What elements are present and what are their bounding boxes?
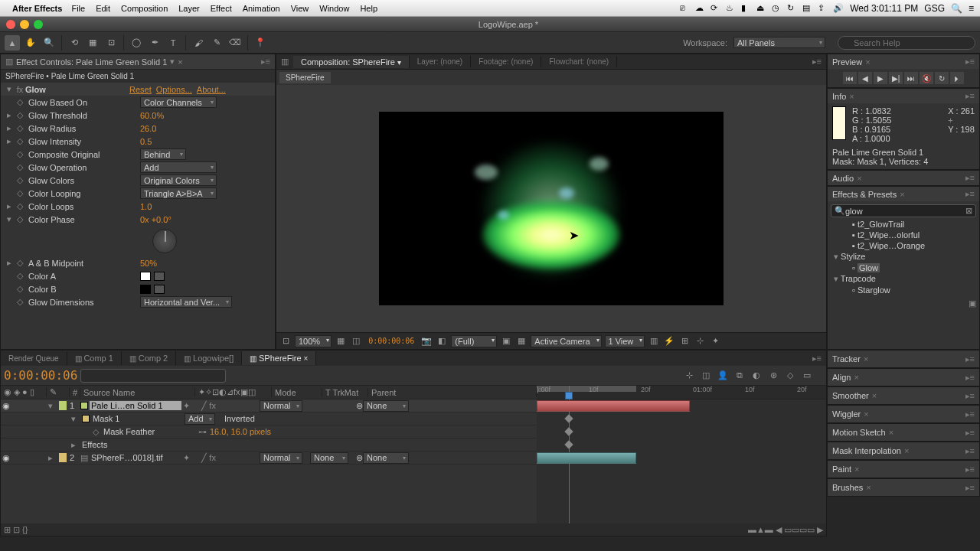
grid-icon[interactable]: ▦ [335, 335, 347, 347]
tab-logowipe[interactable]: ▥ Logowipe[] [176, 351, 242, 365]
loop-button[interactable]: ↻ [935, 72, 949, 84]
notifications-icon[interactable]: ≡ [969, 3, 974, 14]
layer-tab[interactable]: Layer: (none) [410, 56, 471, 67]
glow-intensity-value[interactable]: 0.5 [140, 137, 152, 146]
clear-search-icon[interactable]: ⊠ [965, 206, 972, 216]
ab-midpoint-value[interactable]: 50% [140, 259, 157, 268]
reset-link[interactable]: Reset [129, 85, 152, 94]
brushes-panel[interactable]: Brushes×▸≡ [827, 478, 980, 497]
paint-panel[interactable]: Paint×▸≡ [827, 460, 980, 478]
color-looping-dropdown[interactable]: Triangle A>B>A [140, 187, 217, 199]
refresh-icon[interactable]: ↻ [787, 3, 798, 14]
keyframe-icon[interactable] [564, 414, 573, 422]
prev-frame-button[interactable]: ◀ [858, 72, 872, 84]
visibility-toggle[interactable]: ◉ [1, 453, 11, 463]
pen-tool[interactable]: ✒ [147, 35, 162, 51]
app-name[interactable]: After Effects [12, 4, 62, 13]
timeline-track-area[interactable]: ):00f 10f 20f 01:00f 10f 20f [537, 386, 826, 523]
ram-preview-button[interactable]: ⏵ [950, 72, 964, 84]
motion-blur-icon[interactable]: ◐ [750, 369, 763, 383]
twirl-icon[interactable]: ▾ [47, 401, 57, 411]
preset-item[interactable]: ▪ t2_Wipe…olorful [831, 230, 976, 240]
wifi-icon[interactable]: ⇪ [818, 3, 828, 14]
stopwatch-icon[interactable]: ◇ [91, 427, 102, 437]
battery-icon[interactable]: ▮ [741, 3, 752, 14]
menu-window[interactable]: Window [319, 4, 349, 13]
tab-comp2[interactable]: ▥ Comp 2 [122, 351, 176, 365]
glow-colors-dropdown[interactable]: Original Colors [140, 174, 217, 186]
about-link[interactable]: About... [197, 85, 226, 94]
color-a-eyedropper[interactable] [154, 272, 165, 281]
rotate-tool[interactable]: ⟲ [67, 35, 82, 51]
effect-group-trapcode[interactable]: Trapcode [831, 273, 976, 285]
link-icon[interactable]: ⊶ [197, 427, 208, 437]
layer-color-swatch[interactable] [80, 402, 88, 409]
panel-menu-icon[interactable]: ▸≡ [965, 57, 975, 67]
audio-tab[interactable]: Audio [832, 174, 854, 183]
effects-search-input[interactable] [845, 207, 965, 216]
zoom-window-button[interactable] [34, 20, 43, 29]
align-panel[interactable]: Align×▸≡ [827, 368, 980, 386]
wiggler-panel[interactable]: Wiggler×▸≡ [827, 405, 980, 423]
layer-color-label[interactable] [59, 401, 67, 410]
glow-threshold-value[interactable]: 60.0% [140, 111, 164, 120]
snapshot-icon[interactable]: 📷 [420, 335, 433, 347]
time-ruler[interactable]: ):00f 10f 20f 01:00f 10f 20f [537, 386, 826, 399]
preset-item[interactable]: ▪ t2_GlowTrail [831, 219, 976, 230]
glow-dimensions-dropdown[interactable]: Horizontal and Ver... [140, 296, 232, 308]
panel-menu-icon[interactable]: ▸≡ [261, 57, 270, 67]
timeline-timecode[interactable]: 0:00:00:06 [4, 368, 80, 383]
mask-interpolation-panel[interactable]: Mask Interpolation×▸≡ [827, 442, 980, 460]
graph-editor-icon[interactable]: ▭ [800, 369, 814, 383]
menu-layer[interactable]: Layer [178, 4, 200, 13]
mask-feather-row[interactable]: ◇ Mask Feather ⊶ 16.0, 16.0 pixels [1, 425, 537, 439]
footage-tab[interactable]: Footage: (none) [471, 56, 541, 67]
comp-panel-menu-icon[interactable]: ▸≡ [808, 57, 826, 67]
effect-group-stylize[interactable]: Stylize [831, 251, 976, 262]
glow-operation-dropdown[interactable]: Add [140, 161, 217, 173]
clone-tool[interactable]: ✎ [209, 35, 224, 51]
twirl-icon[interactable]: ▾ [4, 84, 15, 94]
menu-file[interactable]: File [71, 4, 85, 13]
composition-viewport[interactable]: ➤ [276, 85, 826, 332]
exposure-icon[interactable]: ✦ [709, 335, 721, 347]
puppet-tool[interactable]: 📍 [253, 35, 268, 51]
type-tool[interactable]: T [165, 35, 181, 51]
effects-presets-tab[interactable]: Effects & Presets [832, 190, 897, 199]
current-time[interactable]: 0:00:00:06 [365, 337, 417, 345]
menu-help[interactable]: Help [360, 4, 377, 13]
composite-original-dropdown[interactable]: Behind [140, 148, 186, 160]
camera-dropdown[interactable]: Active Camera [531, 335, 601, 347]
motion-sketch-panel[interactable]: Motion Sketch×▸≡ [827, 423, 980, 442]
effects-group-row[interactable]: ▸ Effects [1, 439, 537, 452]
toggle-switches-icon[interactable]: ⊞ ⊡ {} [1, 525, 31, 535]
mask-mode-dropdown[interactable]: Add [185, 413, 215, 425]
color-phase-value[interactable]: 0x +0.0° [140, 215, 172, 224]
mute-button[interactable]: 🔇 [920, 72, 933, 84]
dropbox-icon[interactable]: ☁ [695, 3, 706, 14]
spotlight-icon[interactable]: 🔍 [951, 3, 962, 14]
color-phase-dial[interactable] [152, 229, 177, 253]
menu-effect[interactable]: Effect [211, 4, 232, 13]
view-dropdown[interactable]: 1 View [605, 335, 645, 347]
tracker-panel[interactable]: Tracker×▸≡ [827, 350, 980, 368]
glow-based-on-dropdown[interactable]: Color Channels [140, 96, 217, 108]
info-tab[interactable]: Info [832, 92, 846, 101]
blend-mode-dropdown[interactable]: Normal [260, 400, 302, 412]
keyframe-icon[interactable] [564, 440, 573, 448]
tab-dropdown-icon[interactable]: ▾ [170, 57, 175, 67]
shape-tool[interactable]: ◯ [129, 35, 144, 51]
comp-nav-icon[interactable]: ▥ [276, 57, 293, 67]
autokey-icon[interactable]: ◇ [783, 369, 797, 383]
effect-controls-tab[interactable]: Effect Controls: Pale Lime Green Solid 1 [16, 57, 167, 67]
timeline-icon[interactable]: ⊞ [678, 335, 691, 347]
roi-icon[interactable]: ▣ [500, 335, 512, 347]
color-b-eyedropper[interactable] [154, 285, 165, 294]
shy-icon[interactable]: 👤 [716, 369, 730, 383]
mask-row[interactable]: ▾ Mask 1 Add Inverted [1, 412, 537, 425]
selection-tool[interactable]: ▲ [5, 35, 20, 51]
channel-icon[interactable]: ◧ [436, 335, 448, 347]
blend-mode-dropdown[interactable]: Normal [260, 452, 302, 464]
hand-tool[interactable]: ✋ [23, 35, 38, 51]
zoom-dropdown[interactable]: 100% [295, 335, 332, 347]
